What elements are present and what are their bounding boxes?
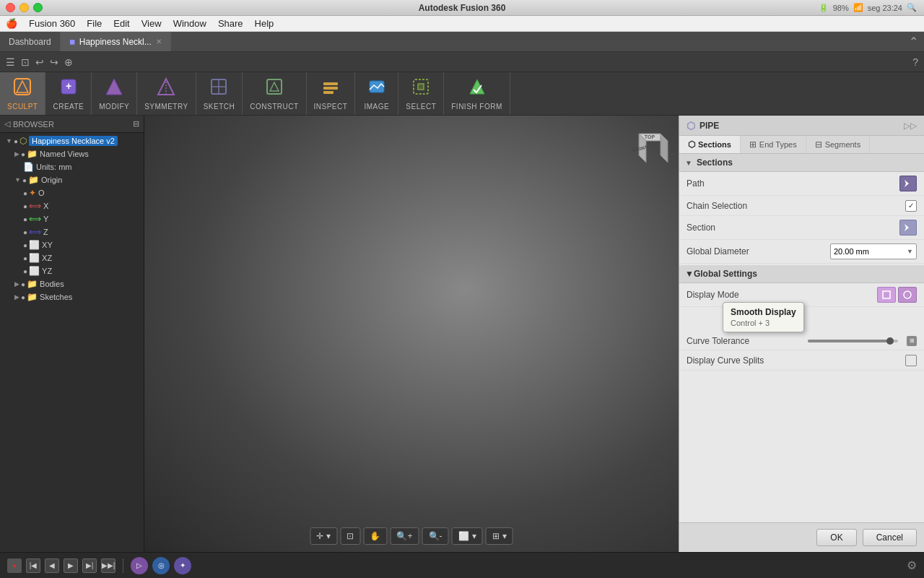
first-frame-button[interactable]: |◀ [26, 558, 40, 573]
tab-model-close[interactable]: ✕ [156, 38, 162, 46]
prev-frame-button[interactable]: ◀ [45, 558, 59, 573]
tree-item-bodies[interactable]: ▶ ● 📁 Bodies [0, 277, 144, 290]
eye-Y[interactable]: ● [23, 215, 27, 223]
display-curve-splits-checkbox[interactable]: □ [905, 355, 917, 366]
tree-item-root[interactable]: ▼ ● ⬡ Happiness Necklace v2 [0, 134, 144, 147]
tree-item-Y[interactable]: ● ⟺ Y [0, 212, 144, 225]
display-mode-box-button[interactable] [877, 287, 896, 303]
sections-section-header[interactable]: ▼ Sections [679, 154, 924, 172]
toolbar-group-image[interactable]: IMAGE [355, 72, 398, 115]
eye-O[interactable]: ● [23, 189, 27, 197]
eye-X[interactable]: ● [23, 202, 27, 210]
browser-collapse-icon[interactable]: ◁ [4, 119, 10, 129]
maximize-button[interactable] [33, 3, 43, 12]
redo-icon[interactable]: ↪ [50, 56, 58, 68]
tree-item-Z[interactable]: ● ⟺ Z [0, 225, 144, 238]
eye-YZ[interactable]: ● [23, 267, 27, 275]
zoom-out-btn[interactable]: 🔍- [422, 527, 449, 545]
eye-XY[interactable]: ● [23, 241, 27, 249]
menu-edit[interactable]: Edit [113, 18, 129, 29]
settings-icon[interactable]: ⚙ [907, 558, 917, 572]
menu-share[interactable]: Share [218, 18, 243, 29]
camera-icon[interactable]: ◎ [152, 557, 170, 574]
svg-marker-11 [270, 82, 279, 91]
motion-study-icon[interactable]: ▷ [131, 557, 148, 574]
chain-selection-checkbox[interactable]: ✓ [905, 200, 917, 212]
toolbar-group-symmetry[interactable]: SYMMETRY [137, 72, 196, 115]
menu-apple[interactable]: 🍎 [6, 18, 17, 29]
tab-model[interactable]: ◼ Happiness Neckl... ✕ [61, 32, 171, 51]
curve-tolerance-slider[interactable] [808, 340, 899, 342]
tree-item-O[interactable]: ● ✦ O [0, 186, 144, 199]
zoom-in-btn[interactable]: 🔍+ [390, 527, 419, 545]
pan-btn[interactable]: ✋ [363, 527, 387, 545]
fit-btn[interactable]: ⊡ [340, 527, 360, 545]
viewport-3d[interactable]: TOP FRONT ✛ ▾ ⊡ ✋ 🔍+ 🔍- ⬜ [144, 116, 679, 552]
global-settings-header[interactable]: ▼ Global Settings [679, 265, 924, 283]
tree-item-origin[interactable]: ▼ ● 📁 Origin [0, 173, 144, 186]
curve-tol-expand-btn[interactable]: ⊞ [907, 336, 917, 346]
section-cursor-button[interactable] [899, 220, 917, 236]
menu-help[interactable]: Help [255, 18, 274, 29]
play-button[interactable]: ▶ [64, 558, 78, 573]
snap-btn[interactable]: ✛ ▾ [310, 527, 337, 545]
tree-item-YZ[interactable]: ● ⬜ YZ [0, 264, 144, 277]
eye-bodies[interactable]: ● [21, 280, 25, 288]
menu-window[interactable]: Window [173, 18, 206, 29]
pipe-tab-segments[interactable]: ⊟ Segments [806, 136, 871, 153]
last-frame-button[interactable]: ▶▶| [101, 558, 116, 573]
eye-sketches[interactable]: ● [21, 293, 25, 301]
display-mode-row: Display Mode [679, 283, 924, 307]
toolbar-group-select[interactable]: SELECT [398, 72, 444, 115]
eye-named-views[interactable]: ● [21, 150, 25, 158]
tree-item-XY[interactable]: ● ⬜ XY [0, 238, 144, 251]
global-diameter-input[interactable]: 20.00 mm ▼ [830, 243, 917, 259]
menu-file[interactable]: File [87, 18, 102, 29]
minimize-button[interactable] [19, 3, 29, 12]
help-icon[interactable]: ? [912, 56, 918, 68]
collapse-panel-icon[interactable]: ⌃ [909, 35, 918, 48]
scene-glyph: ✦ [180, 561, 186, 569]
close-button[interactable] [6, 3, 15, 12]
toolbar-group-construct[interactable]: CONSTRUCT [243, 72, 306, 115]
eye-origin[interactable]: ● [22, 176, 27, 184]
traffic-lights[interactable] [6, 3, 43, 12]
eye-Z[interactable]: ● [23, 228, 27, 236]
pipe-tab-sections[interactable]: ⬡ Sections [679, 136, 741, 153]
toolbar-group-sketch[interactable]: SKETCH [196, 72, 243, 115]
pipe-tab-end-types[interactable]: ⊞ End Types [741, 136, 806, 153]
tab-dashboard[interactable]: Dashboard [0, 32, 61, 51]
cancel-button[interactable]: Cancel [863, 529, 917, 546]
eye-XZ[interactable]: ● [23, 254, 27, 262]
grid-btn[interactable]: ⊞ ▾ [486, 527, 513, 545]
tree-item-sketches[interactable]: ▶ ● 📁 Sketches [0, 290, 144, 303]
path-select-button[interactable] [899, 176, 917, 191]
display-mode-smooth-button[interactable] [898, 287, 917, 303]
tree-item-named-views[interactable]: ▶ ● 📁 Named Views [0, 147, 144, 160]
tree-item-units[interactable]: 📄 Units: mm [0, 160, 144, 173]
undo-icon[interactable]: ↩ [35, 56, 44, 68]
pipe-expand-button[interactable]: ▷▷ [904, 121, 917, 131]
save-icon[interactable]: ⊡ [21, 56, 30, 68]
toolbar-group-finish-form[interactable]: FINISH FORM [444, 72, 510, 115]
toolbar-group-sculpt[interactable]: SCULPT [0, 72, 45, 115]
viewcube[interactable]: TOP FRONT [628, 123, 671, 166]
toolbar-group-inspect[interactable]: INSPECT [307, 72, 356, 115]
eye-root[interactable]: ● [14, 137, 18, 145]
ok-button[interactable]: OK [816, 529, 856, 546]
toolbar-group-create[interactable]: + CREATE [45, 72, 92, 115]
record-button[interactable]: ● [7, 558, 22, 573]
display-mode-btn[interactable]: ⬜ ▾ [452, 527, 483, 545]
menu-view[interactable]: View [141, 18, 162, 29]
tree-item-XZ[interactable]: ● ⬜ XZ [0, 251, 144, 264]
share-icon[interactable]: ⊕ [64, 56, 73, 68]
browser-menu-icon[interactable]: ⊟ [133, 119, 139, 129]
menu-toggle-icon[interactable]: ☰ [6, 56, 15, 68]
scene-icon[interactable]: ✦ [174, 557, 191, 574]
search-icon[interactable]: 🔍 [907, 3, 917, 12]
next-frame-button[interactable]: ▶| [82, 558, 97, 573]
tree-item-X[interactable]: ● ⟺ X [0, 199, 144, 212]
toolbar-group-modify[interactable]: MODIFY [92, 72, 137, 115]
menu-fusion[interactable]: Fusion 360 [29, 18, 75, 29]
slider-thumb[interactable] [886, 337, 894, 345]
